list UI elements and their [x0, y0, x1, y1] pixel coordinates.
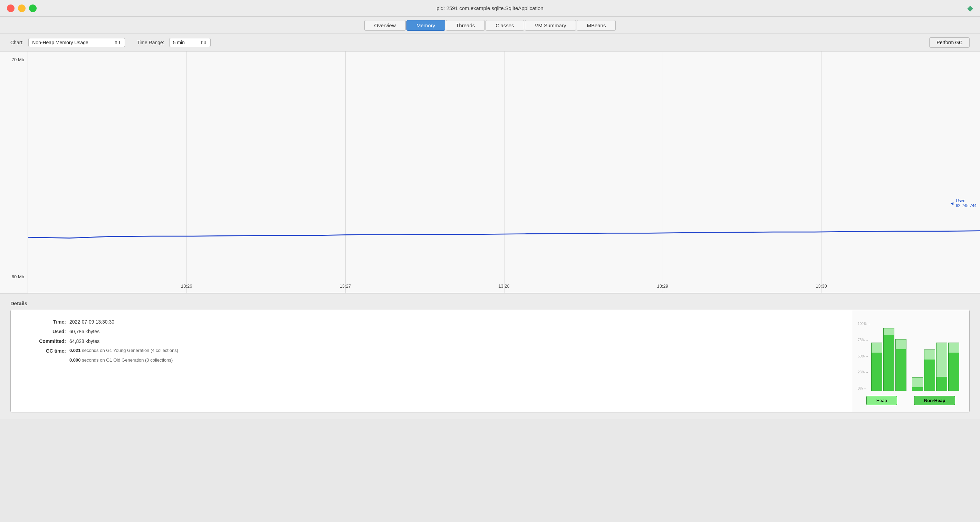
window-title: pid: 2591 com.example.sqlite.SqliteAppli… [436, 5, 543, 11]
time-value: 2022-07-09 13:30:30 [69, 317, 114, 327]
heap-legend-heap[interactable]: Heap [866, 396, 897, 405]
chart-label: Chart: [10, 40, 24, 45]
heap-y-100: 100% -- [858, 322, 870, 326]
details-section: Details Time: 2022-07-09 13:30:30 Used: … [0, 294, 980, 419]
close-button[interactable] [7, 5, 14, 12]
heap-legend: Heap Non-Heap [858, 396, 964, 405]
tab-mbeans[interactable]: MBeans [577, 20, 616, 31]
details-gctime-row1: GC time: 0.021 seconds on G1 Young Gener… [21, 346, 842, 356]
used-label: Used: [21, 327, 69, 336]
xaxis-label-3: 13:28 [498, 284, 510, 289]
yaxis-label-top: 70 Mb [12, 57, 24, 62]
details-panel: Time: 2022-07-09 13:30:30 Used: 60,786 k… [10, 310, 970, 412]
heap-legend-nonheap[interactable]: Non-Heap [914, 396, 955, 405]
details-time-row: Time: 2022-07-09 13:30:30 [21, 317, 842, 327]
chart-selector-value: Non-Heap Memory Usage [32, 40, 88, 45]
details-used-row: Used: 60,786 kbytes [21, 327, 842, 336]
used-value: 60,786 kbytes [69, 327, 99, 336]
committed-value: 64,828 kbytes [69, 336, 99, 346]
heap-y-25: 25% -- [858, 370, 870, 374]
chart-annotation: ◄ Used62,245,744 [950, 198, 977, 208]
xaxis-label-1: 13:26 [181, 284, 192, 289]
chart-selector[interactable]: Non-Heap Memory Usage ⬆⬇ [28, 38, 125, 47]
heap-yaxis: 100% -- 75% -- 50% -- 25% -- 0% -- [858, 322, 870, 391]
chart-yaxis: 70 Mb 60 Mb [0, 51, 28, 293]
chart-svg [28, 51, 980, 279]
yaxis-label-bottom: 60 Mb [12, 274, 24, 279]
details-info: Time: 2022-07-09 13:30:30 Used: 60,786 k… [11, 310, 852, 412]
nonheap-bar-1 [912, 322, 923, 391]
gc-time-value1: 0.021 seconds on G1 Young Generation (4 … [69, 346, 178, 356]
xaxis-label-2: 13:27 [340, 284, 351, 289]
heap-y-50: 50% -- [858, 354, 870, 358]
time-range-value: 5 min [173, 40, 185, 45]
time-label: Time: [21, 317, 69, 327]
heap-bar-1 [871, 322, 882, 391]
tab-overview[interactable]: Overview [364, 20, 406, 31]
maximize-button[interactable] [29, 5, 37, 12]
time-range-label: Time Range: [137, 40, 164, 45]
gc-time-label2 [21, 356, 69, 365]
nonheap-bar-4 [948, 322, 959, 391]
xaxis-label-5: 13:30 [816, 284, 827, 289]
annotation-label: Used62,245,744 [956, 198, 977, 208]
chart-plot: ◄ Used62,245,744 13:26 13:27 13:28 13:29… [28, 51, 980, 293]
toolbar: Chart: Non-Heap Memory Usage ⬆⬇ Time Ran… [0, 34, 980, 51]
chart-xaxis: 13:26 13:27 13:28 13:29 13:30 [28, 279, 980, 293]
details-gctime-row2: 0.000 seconds on G1 Old Generation (0 co… [21, 356, 842, 365]
details-title: Details [10, 300, 970, 306]
perform-gc-button[interactable]: Perform GC [929, 37, 970, 48]
gc-time-label: GC time: [21, 346, 69, 356]
minimize-button[interactable] [18, 5, 25, 12]
time-range-arrow: ⬆⬇ [200, 40, 207, 45]
xaxis-label-4: 13:29 [657, 284, 668, 289]
heap-y-75: 75% -- [858, 338, 870, 342]
heap-bar-2 [883, 322, 894, 391]
time-range-selector[interactable]: 5 min ⬆⬇ [169, 38, 211, 47]
nonheap-bar-2 [924, 322, 935, 391]
heap-bar-3 [896, 322, 907, 391]
heap-panel: 100% -- 75% -- 50% -- 25% -- 0% -- [852, 310, 969, 412]
tab-classes[interactable]: Classes [485, 20, 524, 31]
chart-selector-arrow: ⬆⬇ [114, 40, 121, 45]
nav-tabs: Overview Memory Threads Classes VM Summa… [0, 17, 980, 34]
details-committed-row: Committed: 64,828 kbytes [21, 336, 842, 346]
nonheap-bar-3 [936, 322, 947, 391]
annotation-arrow-icon: ◄ [950, 200, 955, 206]
tab-vm-summary[interactable]: VM Summary [525, 20, 576, 31]
memory-chart: 70 Mb 60 Mb ◄ Used62,245,744 [0, 51, 980, 294]
network-icon: ◆ [967, 4, 973, 13]
committed-label: Committed: [21, 336, 69, 346]
window-controls [7, 5, 37, 12]
gc-time-value2: 0.000 seconds on G1 Old Generation (0 co… [69, 356, 173, 365]
titlebar: pid: 2591 com.example.sqlite.SqliteAppli… [0, 0, 980, 17]
tab-memory[interactable]: Memory [406, 20, 445, 31]
heap-y-0: 0% -- [858, 386, 870, 390]
tab-threads[interactable]: Threads [446, 20, 485, 31]
